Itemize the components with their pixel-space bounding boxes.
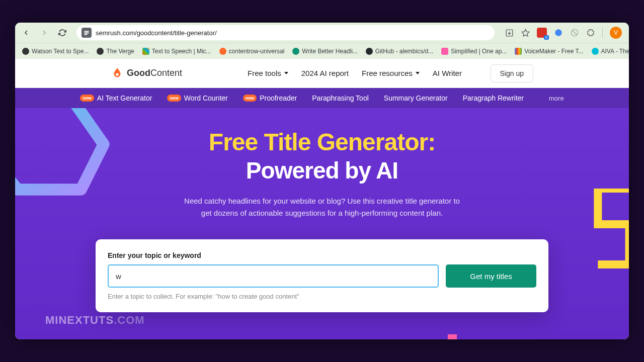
nav-free-tools[interactable]: Free tools — [248, 69, 288, 77]
logo[interactable]: GoodContent — [111, 67, 182, 80]
bookmark-item[interactable]: Write Better Headli... — [289, 46, 360, 56]
decorative-hexagon — [15, 108, 121, 199]
bookmark-item[interactable]: The Verge — [94, 46, 137, 56]
reload-button[interactable] — [55, 26, 69, 40]
input-card: Enter your topic or keyword Get my title… — [96, 239, 548, 312]
tool-text-generator[interactable]: newAI Text Generator — [80, 94, 152, 102]
svg-marker-4 — [522, 29, 529, 36]
svg-point-7 — [116, 73, 118, 75]
nav-ai-report[interactable]: 2024 AI report — [301, 69, 349, 77]
back-button[interactable] — [19, 26, 33, 40]
extension-badge[interactable]: 5 — [537, 28, 547, 38]
watermark: MINEXTUTS.COM — [45, 314, 145, 327]
tool-word-counter[interactable]: newWord Counter — [167, 94, 227, 102]
chevron-down-icon — [284, 72, 288, 74]
tool-proofreader[interactable]: newProofreader — [243, 94, 297, 102]
bookmark-star-icon[interactable] — [521, 28, 530, 37]
hero-description: Need catchy headlines for your website o… — [181, 195, 463, 219]
forward-button[interactable] — [37, 26, 51, 40]
chevron-down-icon — [416, 72, 420, 74]
extensions-icon[interactable] — [586, 28, 595, 37]
site-info-icon[interactable] — [82, 28, 92, 38]
bookmark-item[interactable]: Watson Text to Spe... — [19, 46, 92, 56]
globe-icon[interactable] — [554, 28, 563, 37]
bookmark-item[interactable]: Text to Speech | Mic... — [139, 46, 214, 56]
bookmarks-bar: Watson Text to Spe... The Verge Text to … — [15, 43, 629, 59]
tool-paragraph-rewriter[interactable]: Paragraph Rewriter — [463, 94, 524, 102]
bookmark-item[interactable]: AIVA - The AI comp... — [589, 46, 629, 56]
input-hint: Enter a topic to collect. For example: "… — [108, 293, 536, 300]
bookmark-item[interactable]: VoiceMaker - Free T... — [512, 46, 586, 56]
get-titles-button[interactable]: Get my titles — [446, 264, 536, 288]
tools-subnav: newAI Text Generator newWord Counter new… — [15, 88, 629, 108]
bookmark-item[interactable]: Simplified | One ap... — [438, 46, 510, 56]
nav-ai-writer[interactable]: AI Writer — [433, 69, 462, 77]
install-icon[interactable] — [505, 28, 514, 37]
bookmark-item[interactable]: contentrow-universal — [216, 46, 288, 56]
svg-point-5 — [555, 29, 561, 36]
svg-rect-0 — [85, 31, 89, 32]
url-text: semrush.com/goodcontent/title-generator/ — [96, 29, 217, 37]
site-header: GoodContent Free tools 2024 AI report Fr… — [15, 59, 629, 88]
bookmark-item[interactable]: GitHub - alembics/d... — [363, 46, 436, 56]
decorative-bar — [448, 334, 457, 339]
topic-input[interactable] — [108, 264, 439, 288]
disabled-icon[interactable] — [570, 28, 579, 37]
signup-button[interactable]: Sign up — [491, 64, 533, 82]
tool-paraphrasing[interactable]: Paraphrasing Tool — [312, 94, 369, 102]
flame-icon — [111, 67, 124, 80]
svg-rect-1 — [85, 33, 89, 34]
nav-free-resources[interactable]: Free resources — [362, 69, 420, 77]
address-bar[interactable]: semrush.com/goodcontent/title-generator/ — [76, 25, 495, 40]
svg-rect-2 — [85, 34, 88, 35]
tools-more[interactable]: more — [549, 95, 564, 102]
profile-avatar[interactable]: V — [610, 27, 622, 39]
decorative-bracket — [591, 189, 629, 269]
browser-toolbar: semrush.com/goodcontent/title-generator/… — [15, 23, 629, 43]
hero-section: Free Title Generator: Powered by AI Need… — [15, 108, 629, 339]
tool-summary[interactable]: Summary Generator — [384, 94, 448, 102]
input-label: Enter your topic or keyword — [108, 251, 536, 259]
